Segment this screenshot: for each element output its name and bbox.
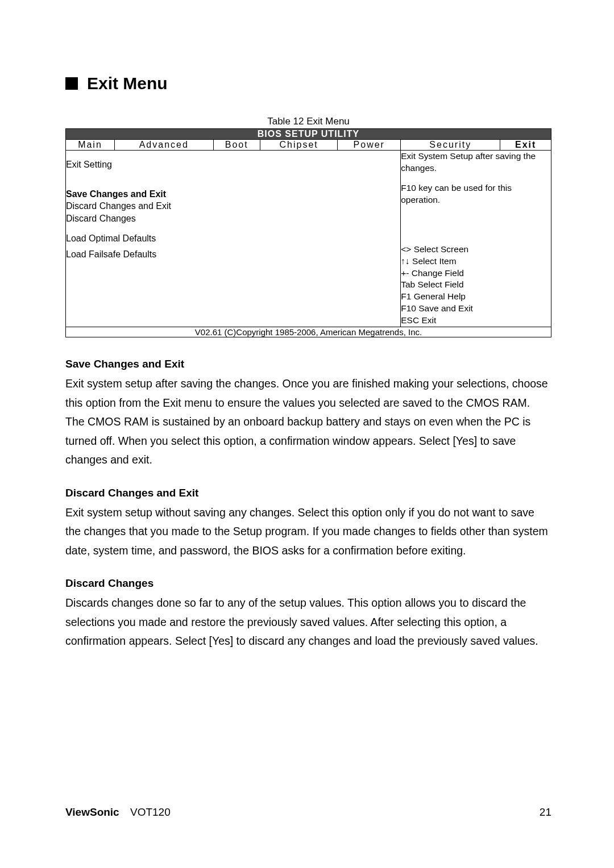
bios-setup-table: BIOS SETUP UTILITY Main Advanced Boot Ch… (65, 128, 551, 337)
tab-advanced[interactable]: Advanced (114, 140, 213, 151)
help-desc-1: Exit System Setup after saving the chang… (401, 151, 551, 174)
discard-changes-item[interactable]: Discard Changes (66, 212, 400, 225)
bios-copyright: V02.61 (C)Copyright 1985-2006, American … (66, 327, 551, 337)
help-desc-2: F10 key can be used for this operation. (401, 182, 551, 206)
hint-change-field: +- Change Field (401, 268, 551, 279)
bios-left-panel: Exit Setting Save Changes and Exit Disca… (66, 151, 401, 327)
section-title: Exit Menu (65, 74, 551, 93)
bios-tab-row: Main Advanced Boot Chipset Power Securit… (66, 140, 551, 151)
load-optimal-defaults-item[interactable]: Load Optimal Defaults (66, 232, 400, 245)
hint-esc-exit: ESC Exit (401, 315, 551, 327)
hint-general-help: F1 General Help (401, 291, 551, 303)
table-caption: Table 12 Exit Menu (65, 116, 551, 127)
hint-tab-select-field: Tab Select Field (401, 279, 551, 291)
load-failsafe-defaults-item[interactable]: Load Failsafe Defaults (66, 248, 400, 261)
hint-save-exit: F10 Save and Exit (401, 303, 551, 315)
section-title-text: Exit Menu (87, 74, 168, 93)
heading-discard-changes: Discard Changes (65, 577, 551, 590)
exit-setting-label: Exit Setting (66, 158, 400, 171)
tab-exit[interactable]: Exit (500, 140, 551, 151)
tab-power[interactable]: Power (338, 140, 401, 151)
footer-page-number: 21 (540, 806, 551, 819)
tab-chipset[interactable]: Chipset (260, 140, 338, 151)
hint-select-item: ↑↓ Select Item (401, 256, 551, 268)
footer-model: VOT120 (130, 806, 171, 818)
bullet-square-icon (65, 77, 78, 90)
tab-security[interactable]: Security (401, 140, 500, 151)
tab-boot[interactable]: Boot (213, 140, 260, 151)
footer-brand: ViewSonic (65, 806, 119, 818)
para-discard-changes-and-exit: Exit system setup without saving any cha… (65, 503, 551, 561)
bios-utility-header: BIOS SETUP UTILITY (66, 129, 551, 140)
para-save-changes-and-exit: Exit system setup after saving the chang… (65, 374, 551, 470)
hint-select-screen: <> Select Screen (401, 244, 551, 256)
tab-main[interactable]: Main (66, 140, 115, 151)
discard-changes-and-exit-item[interactable]: Discard Changes and Exit (66, 200, 400, 212)
save-changes-and-exit-item[interactable]: Save Changes and Exit (66, 188, 400, 201)
heading-save-changes-and-exit: Save Changes and Exit (65, 358, 551, 370)
para-discard-changes: Discards changes done so far to any of t… (65, 594, 551, 651)
heading-discard-changes-and-exit: Discard Changes and Exit (65, 487, 551, 499)
page-footer: ViewSonic VOT120 21 (65, 806, 551, 819)
footer-left: ViewSonic VOT120 (65, 806, 171, 819)
bios-right-panel: Exit System Setup after saving the chang… (401, 151, 551, 327)
